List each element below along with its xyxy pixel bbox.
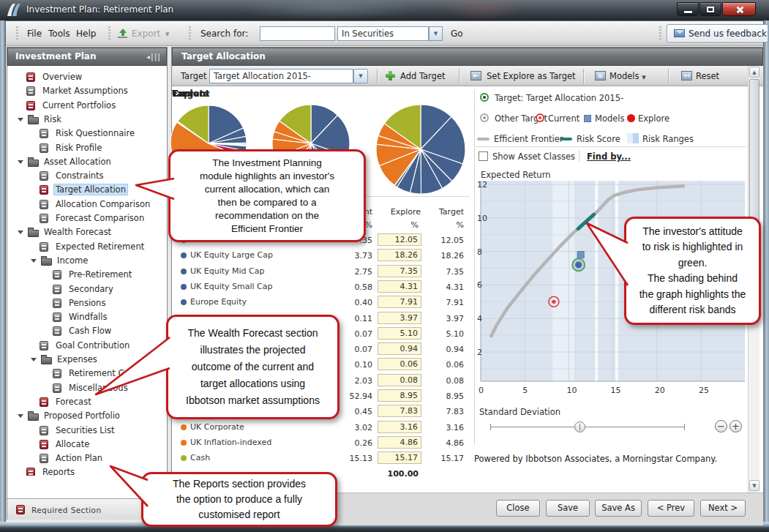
footer-button-save[interactable]: Save	[546, 500, 590, 517]
sidebar-item-allocation-comparison[interactable]: Allocation Comparison	[7, 198, 167, 211]
add-target-button[interactable]: Add Target	[400, 71, 446, 81]
sidebar-item-overview[interactable]: Overview	[7, 70, 167, 84]
footer-button-close[interactable]: Close	[496, 500, 540, 517]
current-value: 15.13	[323, 454, 372, 463]
sidebar-item-current-portfolios[interactable]: Current Portfolios	[7, 99, 167, 113]
target-value: 7.35	[426, 267, 464, 277]
footer-button-next[interactable]: Next >	[700, 500, 746, 517]
sidebar-item-action-plan[interactable]: Action Plan	[7, 452, 167, 465]
std-dev-slider-track[interactable]	[490, 427, 684, 427]
search-input[interactable]	[260, 26, 335, 41]
search-scope-dropdown-icon[interactable]: ▼	[429, 26, 443, 41]
explore-input[interactable]: 8.95	[378, 389, 421, 402]
explore-input[interactable]: 4.31	[378, 280, 421, 293]
sidebar-item-cash-flow[interactable]: Cash Flow	[7, 324, 167, 338]
sidebar-collapse-icon[interactable]: ◂|||	[146, 48, 161, 65]
callout-annotation: The Wealth Forecast section illustrates …	[166, 315, 340, 419]
sidebar-item-securities-list[interactable]: Securities List	[7, 424, 167, 438]
other-target-radio-icon[interactable]	[480, 113, 489, 122]
explore-input[interactable]: 4.86	[378, 436, 421, 449]
sidebar-item-pre-retirement[interactable]: Pre-Retirement	[7, 268, 167, 282]
current-value: 0.26	[323, 438, 372, 448]
current-portfolio-marker-dot	[552, 300, 555, 304]
reset-button[interactable]: Reset	[696, 71, 719, 81]
std-dev-slider-handle[interactable]	[574, 422, 585, 432]
explore-marker-icon	[627, 114, 635, 122]
sidebar-item-proposed-portfolio[interactable]: Proposed Portfolio	[7, 409, 167, 423]
doc-icon	[53, 369, 61, 378]
menu-file[interactable]: File	[27, 29, 42, 39]
expander-icon[interactable]	[31, 259, 37, 263]
sidebar-item-secondary[interactable]: Secondary	[7, 282, 167, 296]
expander-icon[interactable]	[31, 358, 37, 361]
set-explore-as-target-button[interactable]: Set Explore as Target	[487, 71, 576, 81]
sidebar-item-miscellaneous[interactable]: Miscellaneous	[7, 381, 167, 395]
explore-input[interactable]: 18.26	[378, 249, 421, 261]
menu-tools[interactable]: Tools	[48, 29, 70, 39]
footer-button-save-as[interactable]: Save As	[595, 500, 642, 517]
scroll-up-icon[interactable]: ▲	[749, 67, 759, 78]
sidebar-item-windfalls[interactable]: Windfalls	[7, 310, 167, 324]
expander-icon[interactable]	[18, 231, 23, 234]
export-button[interactable]: Export	[132, 29, 160, 39]
expander-icon[interactable]	[18, 118, 23, 121]
maximize-button[interactable]	[699, 2, 721, 16]
doc-icon	[40, 129, 48, 138]
explore-input[interactable]: 7.83	[378, 405, 421, 417]
risk-band	[574, 181, 596, 381]
explore-input[interactable]: 0.06	[378, 358, 421, 370]
explore-input[interactable]: 3.97	[378, 312, 421, 324]
sidebar-item-pensions[interactable]: Pensions	[7, 296, 167, 310]
footer-button-prev[interactable]: < Prev	[648, 500, 694, 517]
close-icon	[735, 6, 743, 14]
sidebar-item-asset-allocation[interactable]: Asset Allocation	[7, 155, 167, 169]
required-doc-icon	[40, 185, 48, 195]
explore-input[interactable]: 3.16	[378, 421, 421, 433]
sidebar-item-goal-contribution[interactable]: Goal Contribution	[7, 339, 167, 353]
minimize-button[interactable]	[677, 2, 699, 16]
target-dropdown-icon[interactable]: ▼	[353, 69, 368, 83]
explore-input[interactable]: 12.05	[378, 233, 421, 246]
sidebar-item-risk-profile[interactable]: Risk Profile	[7, 141, 167, 155]
sidebar-item-forecast[interactable]: Forecast	[7, 395, 167, 409]
search-scope-select[interactable]: In Securities	[337, 26, 429, 41]
sidebar-item-reports[interactable]: Reports	[7, 465, 167, 476]
zoom-out-button[interactable]: −	[715, 420, 727, 432]
send-feedback-button[interactable]: Send us feedback	[667, 24, 768, 42]
models-dropdown-button[interactable]: Models ▼	[609, 71, 646, 81]
explore-input[interactable]: 7.91	[378, 296, 421, 308]
risk-band	[481, 181, 553, 381]
show-asset-classes-checkbox[interactable]	[479, 151, 488, 161]
sidebar-item-forecast-comparison[interactable]: Forecast Comparison	[7, 211, 167, 225]
sidebar-item-wealth-forecast[interactable]: Wealth Forecast	[7, 225, 167, 239]
export-dropdown-icon[interactable]: ▼	[165, 31, 169, 37]
sidebar-item-target-allocation[interactable]: Target Allocation	[7, 183, 167, 197]
y-tick-label: 2	[477, 348, 482, 357]
sidebar-item-constraints[interactable]: Constraints	[7, 169, 167, 183]
scroll-down-icon[interactable]: ▼	[749, 480, 759, 491]
explore-input[interactable]: 0.08	[378, 374, 421, 386]
explore-input[interactable]: 0.94	[378, 342, 421, 355]
explore-input[interactable]: 7.35	[378, 265, 421, 277]
target-value: 15.17	[426, 454, 464, 463]
sidebar-item-expected-retirement[interactable]: Expected Retirement	[7, 240, 167, 254]
sidebar-item-expenses[interactable]: Expenses	[7, 353, 167, 367]
sidebar-item-risk-questionnaire[interactable]: Risk Questionnaire	[7, 127, 167, 141]
explore-input[interactable]: 15.17	[378, 452, 421, 464]
sidebar-item-allocate[interactable]: Allocate	[7, 438, 167, 452]
menu-help[interactable]: Help	[76, 29, 96, 39]
sidebar-item-retirement-goal[interactable]: Retirement Goal	[7, 367, 167, 381]
sidebar-item-risk[interactable]: Risk	[7, 113, 167, 127]
target-select[interactable]: Target Allocation 2015-	[209, 69, 353, 83]
y-tick-label: 8	[477, 247, 482, 257]
explore-input[interactable]: 5.10	[378, 327, 421, 340]
find-by-link[interactable]: Find by...	[587, 151, 631, 162]
sidebar-item-income[interactable]: Income	[7, 254, 167, 268]
go-button[interactable]: Go	[451, 29, 463, 39]
close-button[interactable]	[722, 2, 756, 16]
zoom-in-button[interactable]: +	[729, 420, 742, 432]
expander-icon[interactable]	[18, 414, 23, 418]
sidebar-item-market-assumptions[interactable]: Market Assumptions	[7, 84, 167, 98]
target-radio-icon[interactable]	[480, 93, 489, 102]
expander-icon[interactable]	[18, 160, 23, 164]
